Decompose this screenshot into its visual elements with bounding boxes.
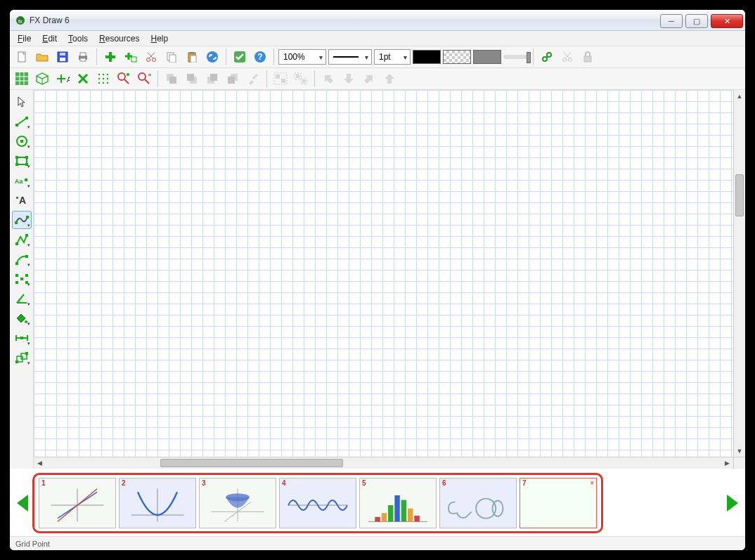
app-window: fx FX Draw 6 ─ ▢ ✕ File Edit Tools Resou… <box>10 10 745 550</box>
add-plus2-icon[interactable] <box>122 48 140 66</box>
print-icon[interactable] <box>74 48 92 66</box>
svg-rect-114 <box>408 509 413 522</box>
thumbs-next-button[interactable] <box>727 495 738 512</box>
thumbnail-6[interactable]: 6 <box>439 478 517 528</box>
svg-rect-88 <box>25 281 28 284</box>
save-icon[interactable] <box>53 48 72 66</box>
rect-tool[interactable] <box>12 152 32 170</box>
fill-none-swatch[interactable] <box>443 50 471 64</box>
thumbnail-7[interactable]: 7 × <box>520 478 597 528</box>
x-green-icon[interactable] <box>74 70 92 88</box>
menu-help[interactable]: Help <box>146 32 173 45</box>
curve-tool[interactable] <box>12 211 32 229</box>
measure-tool[interactable] <box>12 329 32 347</box>
arc-tool[interactable] <box>12 250 32 268</box>
page-thumbnail-bar: 1 2 3 <box>10 469 745 536</box>
thumbnail-3[interactable]: 3 <box>199 478 276 528</box>
layer-b2-icon[interactable] <box>183 70 201 88</box>
svg-line-26 <box>546 56 548 58</box>
svg-text:A: A <box>67 76 70 84</box>
zoom-dropdown[interactable]: 100% <box>278 49 326 65</box>
svg-rect-94 <box>20 337 23 339</box>
thumbnail-5[interactable]: 5 <box>359 478 437 528</box>
angle-tool[interactable] <box>12 289 32 308</box>
open-folder-icon[interactable] <box>33 48 51 66</box>
layer-front-icon[interactable] <box>224 70 242 88</box>
toolbar-main: ? 100% 1pt <box>10 46 745 68</box>
menu-file[interactable]: File <box>13 32 36 45</box>
titlebar: fx FX Draw 6 ─ ▢ ✕ <box>10 10 745 31</box>
rotate-d-icon[interactable] <box>340 70 358 88</box>
thumbnail-2[interactable]: 2 <box>119 478 196 528</box>
svg-rect-59 <box>276 74 280 79</box>
new-file-icon[interactable] <box>13 48 31 66</box>
svg-rect-112 <box>394 495 399 521</box>
status-text: Grid Point <box>15 540 50 548</box>
svg-rect-66 <box>15 124 18 126</box>
menu-resources[interactable]: Resources <box>94 32 144 45</box>
add-plus-icon[interactable] <box>101 48 120 66</box>
cut2-icon[interactable] <box>558 48 576 66</box>
3d-grid-icon[interactable] <box>33 70 51 88</box>
svg-rect-86 <box>25 274 28 277</box>
drawing-canvas[interactable] <box>34 90 733 457</box>
line-weight-dropdown[interactable]: 1pt <box>374 49 411 65</box>
link-icon[interactable] <box>203 48 221 66</box>
minimize-button[interactable]: ─ <box>660 14 683 28</box>
rotate-l-icon[interactable] <box>319 70 337 88</box>
fill-color-swatch[interactable] <box>473 50 501 64</box>
thumbnail-1[interactable]: 1 <box>39 478 116 528</box>
transform-tool[interactable] <box>12 349 32 367</box>
svg-text:Aa: Aa <box>15 178 23 185</box>
select-tool[interactable] <box>12 93 32 111</box>
fill-tool[interactable] <box>12 309 32 327</box>
dots-icon[interactable] <box>94 70 112 88</box>
vertical-scrollbar[interactable]: ▲▼ <box>733 90 745 457</box>
svg-rect-73 <box>15 163 18 166</box>
menu-tools[interactable]: Tools <box>63 32 93 45</box>
cut-icon[interactable] <box>142 48 160 66</box>
grid-icon[interactable] <box>13 70 31 88</box>
polyline-tool[interactable] <box>12 230 32 249</box>
stroke-color-swatch[interactable] <box>413 50 441 64</box>
check-icon[interactable] <box>231 48 249 66</box>
constraint-b-icon[interactable]: ∞ <box>135 70 153 88</box>
copy-icon[interactable] <box>162 48 181 66</box>
add-to-axis-icon[interactable]: A <box>53 70 72 88</box>
link-tool-icon[interactable] <box>538 48 556 66</box>
ungroup-icon[interactable] <box>292 70 310 88</box>
menu-edit[interactable]: Edit <box>37 32 62 45</box>
line-style-dropdown[interactable] <box>328 49 372 65</box>
help-icon[interactable]: ? <box>251 48 269 66</box>
opacity-slider[interactable] <box>503 55 529 59</box>
maximize-button[interactable]: ▢ <box>685 14 708 28</box>
layer-back-icon[interactable] <box>162 70 181 88</box>
svg-rect-98 <box>25 352 28 355</box>
thumbnail-4[interactable]: 4 <box>279 478 356 528</box>
thumbs-prev-button[interactable] <box>17 495 28 512</box>
group-icon[interactable] <box>271 70 290 88</box>
paste-icon[interactable] <box>183 48 201 66</box>
svg-point-38 <box>103 78 104 79</box>
rotate-r-icon[interactable] <box>360 70 378 88</box>
rotate-u-icon[interactable] <box>380 70 399 88</box>
line-tool[interactable] <box>12 112 32 131</box>
circle-tool[interactable] <box>12 132 32 150</box>
svg-line-30 <box>564 53 569 58</box>
close-icon[interactable]: × <box>590 479 594 487</box>
points-tool[interactable] <box>12 270 32 288</box>
svg-rect-56 <box>228 77 235 84</box>
svg-point-35 <box>103 74 104 75</box>
brush-icon[interactable] <box>244 70 262 88</box>
lock-icon[interactable] <box>579 48 597 66</box>
toolbar-secondary: A ∞ <box>10 68 745 90</box>
svg-text:A: A <box>19 195 26 206</box>
svg-rect-72 <box>25 156 28 159</box>
svg-point-36 <box>107 74 108 75</box>
horizontal-scrollbar[interactable]: ◀▶ <box>34 457 733 469</box>
label-tool[interactable]: Aa <box>12 171 32 190</box>
close-button[interactable]: ✕ <box>711 14 743 28</box>
layer-f2-icon[interactable] <box>203 70 221 88</box>
text-tool[interactable]: A <box>12 191 32 209</box>
constraint-a-icon[interactable] <box>115 70 133 88</box>
